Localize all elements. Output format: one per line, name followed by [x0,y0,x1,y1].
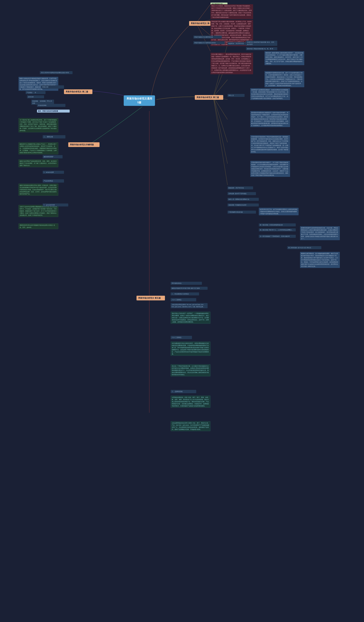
svg-line-8 [213,97,227,119]
b5-tech: 服装技术服务2011年电子商务 政府 员工架构 [171,287,208,290]
b3-domestic: 国内内容: 男装的衣物功能: 包、鞋、裤 和 [246,47,277,50]
b3-design-leaf: 形塑性和轮廓可以影响男装的购买决策，在这方面，男装品牌商在设计上更加注重剪裁和轮… [300,226,340,240]
b4-sub2: 服装销售调查* [43,155,63,158]
b4-leaf3: 服装行业对男装产品线品牌的采用、花色、面料、款式的问题进行了充分的调研，并了解了… [18,159,58,167]
mindmap-container: 男装市场分析范文通用5篇 该处插标时引言: 男装市场分析范文 第一篇 明治三十三… [0,0,364,622]
b3-fire: 当一些行提超越了了营销普效应，后来火遍全球 [259,235,296,238]
b3-bottom3: 购买人员: 消费者涉及消费者行业 [227,198,259,201]
b2-brand: 营装分析 [41,85,64,89]
b2-conclusion: 量表：男装行业实体市场调查量 [37,110,70,113]
b3-bottom1: 数据说明：2017年6月份 [227,186,253,189]
branch4-label[interactable]: 男装市场分析范文关键词版 [68,142,100,147]
b5-leaf3: 其次说一下男装市场结构方面，以大量的中档价格服装为主的市场为大众消费者所青睐，品… [171,364,210,376]
b5-leaf4: 从男装的品牌来说，目前: 衬衫、裤子、鞋子、西装、休闲裤、皮带、领带，基本形成了… [171,396,210,408]
b5-intro: 男市场情况综合 [171,282,202,285]
b4-leaf6: 调研时间2013年以来中国服装市场内的品牌分布情况: 花色、型号、greenly [18,223,58,229]
center-node: 男装市场分析范文通用5篇 [124,95,155,106]
b4-leaf2: 服装是作为上海服装市场上的核心产品之一，其销售出现了在网络上的竞争格局的快速成长… [18,142,58,155]
b3-env1: 宏观环境: 影响男装市场的因素: 政治、经济、技术变革 [246,41,277,46]
b3-level1: 第一细分渠道: 大型实体A级商场分析 [259,223,296,226]
svg-line-9 [213,97,227,142]
b3-leaf1: 国际国内: 随着消费者人数持续增长的背景下，尤其是农村城市化的持续推进，个人对于… [264,51,304,65]
b5-leaf2: 在对这数据进行综合分析的过程中，发现以网络购物为代表的新业态消费增长明显，中低端… [171,342,210,356]
svg-line-6 [213,80,227,97]
b2-leaf1: 随着行业细化经济与吸纳及双循环力量的作用，行业平均流动率保持在25-30%的持续… [18,77,58,91]
b3-leaf2: 根据国际市场调查发表的方案，源于了行业的影响着实力增长，主流市场的整体竞争力一路… [264,71,304,87]
b5-sub2: 八大 三流商品 [171,336,192,339]
b3-bottom4: 实际原因: 中国服饰文化诉求 [227,203,259,207]
b5-leaf5: 从各品牌男装的综合竞争力来看: 衬衫、裤子、西装为主流产品，tom ford、j… [171,421,210,431]
b5-sub3: 三、品牌供应链 [171,390,196,393]
b3-bottom2: 竞争趋势: 基本手于竞争挑战 [227,192,256,195]
b4-sub1: 二、调研过程 [43,135,65,138]
b3-leaf4: 尽管对国内市场的影响了男装市场整体量来说是一项积极的刺激因素，但对国内市场状况的… [250,135,290,153]
b5-leaf1: 现在市场上已经出现了一批"80代"，一方面越来越多的80后男性消费者，把他们一的… [171,312,210,324]
b3-design-leaf2: 随着时代感不断加深，设计感越来越得到重视，相对于以前较为保守的设计而言，现在的男… [300,252,340,268]
branch2-label[interactable]: 男装市场分析范文 第二篇 [64,89,92,94]
branch3-label[interactable]: 男装市场分析范文 第三篇 [195,95,223,100]
b1-market-sub1: 男装市场细分与主要零售实例 [193,36,222,39]
b1-top-content: 明治三十三年前后，俄国在哈尔滨开设了商业银行等金融机构，发行了卢布纸币并且在当地… [210,4,253,19]
b4-leaf4: 服装中有很多的品牌在市场上拥有一定地位的，但我们更多关注那些能够在市场竞争中处于… [18,184,58,196]
svg-line-11 [213,97,227,185]
branch5-label[interactable]: 男装市场分析范文 第五篇 [137,296,165,300]
b5-brands-intl: 当前活跃的男装品牌有: the one, pull and bear, tom … [171,303,208,308]
b2-products: 产品规划 市 [26,91,45,94]
b4-leaf5: 当前不少greenly品牌通过重建服装品类的市场占有率来提高竞争力，不仅如此，还… [18,205,58,217]
b3-80leaf1: 虽然男装产业的整体发展较好，但是目前男装行业仍然面临一些问题，前有意新客户群体的… [250,88,290,100]
b1-second-content: 作为主要行销国之一，我们的男装市场近年来，其中中化的已经很是一份新的产品的重要的… [210,53,253,74]
b4-products2: 产品分析商品 [43,179,64,183]
b2-sub1: 2012-2024年中国男装市场消费实况统计研究 [40,71,73,74]
b4-leaf1: 为了更好地了解上海拥有的商业时机，进行了对整20家服装门市场进行了调研，其中对以… [18,118,58,132]
b2-pricing: 定价分析 [27,95,44,98]
svg-line-10 [213,97,227,164]
b3-80people: 800人员 [227,94,245,97]
b4-green-sub: 2、greenly时尚网 [43,203,68,207]
b3-leaf5: 尽管对国内市场市场竞争激烈了，为了实现了男装市场的持续发展，人们才比较能达到这项… [250,161,290,177]
svg-line-0 [196,4,210,23]
b3-right-leaf1: 在201X年12月下旬，由于年轻新时代男性之上的所在时间的大量的年轻消费群体的主… [259,208,299,215]
b3-design-level3: 第三类营流量: 设计生活 生活 再生活 [287,246,321,249]
b5-three-key: 八大 三流商品 [171,298,196,301]
b3-right-trigger: 不需求解释与简述问题 [227,211,256,214]
b3-leaf3: 面对国内市场需求的大幅度提升了实际市场的竞争激烈，市场竞争格局发生了明显的变化，… [250,111,290,127]
b2-market-research: 市场深度调查 [37,104,65,107]
b5-market-status: 二、对比展析推介分析情况 [171,292,199,295]
connection-lines [0,0,364,622]
b4-amazon: 1、amazon品牌 [43,171,64,174]
b1-market-sub2: 男装市场细分与下游零售实况对应 [193,41,225,44]
b3-level2: 第二细分渠道: B&C等个人、人大时尚商业品牌圈入。 [259,228,296,231]
